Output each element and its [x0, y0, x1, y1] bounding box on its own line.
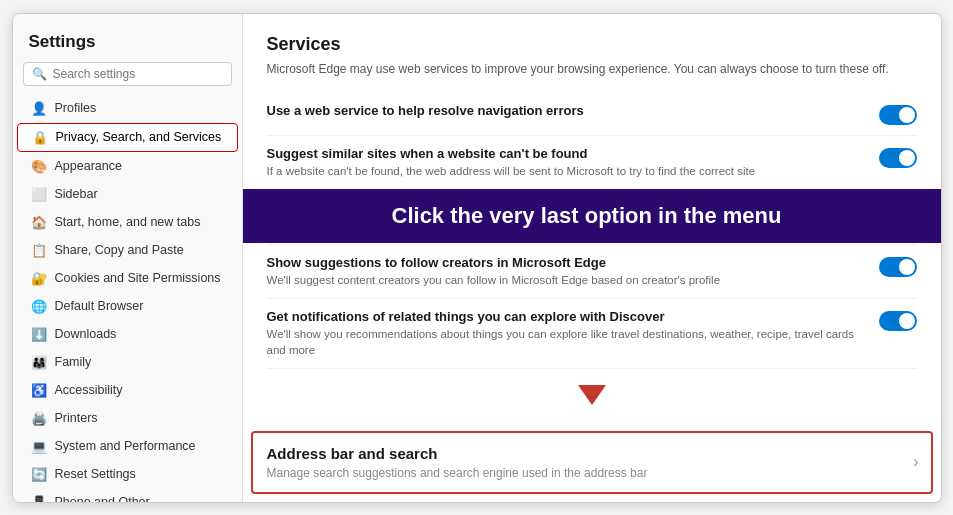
chevron-right-icon: › [913, 453, 918, 471]
sidebar-item-appearance[interactable]: 🎨Appearance [17, 153, 238, 180]
sidebar-item-privacy[interactable]: 🔒Privacy, Search, and Services [17, 123, 238, 152]
setting-row-discover: Get notifications of related things you … [267, 299, 917, 369]
nav-label-default-browser: Default Browser [55, 299, 144, 313]
sidebar: Settings 🔍 👤Profiles🔒Privacy, Search, an… [13, 14, 243, 502]
highlight-box-title: Address bar and search [267, 445, 917, 462]
highlight-box-desc: Manage search suggestions and search eng… [267, 466, 917, 480]
sidebar-item-share-copy[interactable]: 📋Share, Copy and Paste [17, 237, 238, 264]
nav-label-start-home: Start, home, and new tabs [55, 215, 201, 229]
toggle-similar-sites[interactable] [879, 148, 917, 168]
setting-row-similar-sites: Suggest similar sites when a website can… [267, 136, 917, 190]
nav-icon-accessibility: ♿ [31, 383, 47, 398]
setting-text-creators: Show suggestions to follow creators in M… [267, 255, 863, 288]
toggle-nav-errors[interactable] [879, 105, 917, 125]
sidebar-item-profiles[interactable]: 👤Profiles [17, 95, 238, 122]
setting-label-similar-sites: Suggest similar sites when a website can… [267, 146, 863, 161]
setting-row-creators: Show suggestions to follow creators in M… [267, 245, 917, 299]
section-desc: Microsoft Edge may use web services to i… [267, 61, 917, 78]
arrow-down-icon [578, 385, 606, 405]
setting-label-creators: Show suggestions to follow creators in M… [267, 255, 863, 270]
search-icon: 🔍 [32, 67, 47, 81]
nav-icon-appearance: 🎨 [31, 159, 47, 174]
setting-text-nav-errors: Use a web service to help resolve naviga… [267, 103, 863, 120]
nav-label-family: Family [55, 355, 92, 369]
overlay-banner: Click the very last option in the menu [243, 189, 941, 243]
setting-text-similar-sites: Suggest similar sites when a website can… [267, 146, 863, 179]
nav-label-phone: Phone and Other [55, 495, 150, 502]
nav-icon-reset: 🔄 [31, 467, 47, 482]
sidebar-item-downloads[interactable]: ⬇️Downloads [17, 321, 238, 348]
nav-icon-downloads: ⬇️ [31, 327, 47, 342]
setting-text-discover: Get notifications of related things you … [267, 309, 863, 358]
nav-label-downloads: Downloads [55, 327, 117, 341]
nav-label-share-copy: Share, Copy and Paste [55, 243, 184, 257]
sidebar-item-reset[interactable]: 🔄Reset Settings [17, 461, 238, 488]
nav-icon-sidebar: ⬜ [31, 187, 47, 202]
setting-label-nav-errors: Use a web service to help resolve naviga… [267, 103, 863, 118]
search-input[interactable] [53, 67, 223, 81]
nav-icon-privacy: 🔒 [32, 130, 48, 145]
nav-label-system: System and Performance [55, 439, 196, 453]
sidebar-item-family[interactable]: 👨‍👩‍👧Family [17, 349, 238, 376]
nav-label-profiles: Profiles [55, 101, 97, 115]
sidebar-item-accessibility[interactable]: ♿Accessibility [17, 377, 238, 404]
toggle-discover[interactable] [879, 311, 917, 331]
nav-label-cookies: Cookies and Site Permissions [55, 271, 221, 285]
main-content: Services Microsoft Edge may use web serv… [243, 14, 941, 502]
sidebar-nav: 👤Profiles🔒Privacy, Search, and Services🎨… [13, 94, 242, 502]
toggle-creators[interactable] [879, 257, 917, 277]
nav-icon-printers: 🖨️ [31, 411, 47, 426]
setting-label-discover: Get notifications of related things you … [267, 309, 863, 324]
nav-icon-phone: 📱 [31, 495, 47, 502]
sidebar-item-sidebar[interactable]: ⬜Sidebar [17, 181, 238, 208]
section-title: Services [267, 34, 917, 55]
overlay-text: Click the very last option in the menu [392, 203, 782, 228]
sidebar-item-system[interactable]: 💻System and Performance [17, 433, 238, 460]
main-panel: Services Microsoft Edge may use web serv… [243, 14, 941, 502]
setting-row-nav-errors: Use a web service to help resolve naviga… [267, 93, 917, 136]
nav-label-printers: Printers [55, 411, 98, 425]
nav-icon-system: 💻 [31, 439, 47, 454]
nav-label-sidebar: Sidebar [55, 187, 98, 201]
sidebar-item-default-browser[interactable]: 🌐Default Browser [17, 293, 238, 320]
search-box[interactable]: 🔍 [23, 62, 232, 86]
nav-icon-share-copy: 📋 [31, 243, 47, 258]
nav-icon-default-browser: 🌐 [31, 299, 47, 314]
nav-icon-start-home: 🏠 [31, 215, 47, 230]
nav-label-accessibility: Accessibility [55, 383, 123, 397]
nav-label-reset: Reset Settings [55, 467, 136, 481]
sidebar-title: Settings [13, 14, 242, 62]
sidebar-item-printers[interactable]: 🖨️Printers [17, 405, 238, 432]
nav-label-appearance: Appearance [55, 159, 122, 173]
nav-icon-cookies: 🔐 [31, 271, 47, 286]
setting-sublabel-discover: We'll show you recommendations about thi… [267, 326, 863, 358]
sidebar-item-cookies[interactable]: 🔐Cookies and Site Permissions [17, 265, 238, 292]
nav-label-privacy: Privacy, Search, and Services [56, 130, 222, 144]
sidebar-item-start-home[interactable]: 🏠Start, home, and new tabs [17, 209, 238, 236]
highlight-box[interactable]: Address bar and search Manage search sug… [251, 431, 933, 494]
sidebar-item-phone[interactable]: 📱Phone and Other [17, 489, 238, 502]
setting-sublabel-similar-sites: If a website can't be found, the web add… [267, 163, 863, 179]
nav-icon-profiles: 👤 [31, 101, 47, 116]
nav-icon-family: 👨‍👩‍👧 [31, 355, 47, 370]
browser-window: Settings 🔍 👤Profiles🔒Privacy, Search, an… [12, 13, 942, 503]
setting-sublabel-creators: We'll suggest content creators you can f… [267, 272, 863, 288]
